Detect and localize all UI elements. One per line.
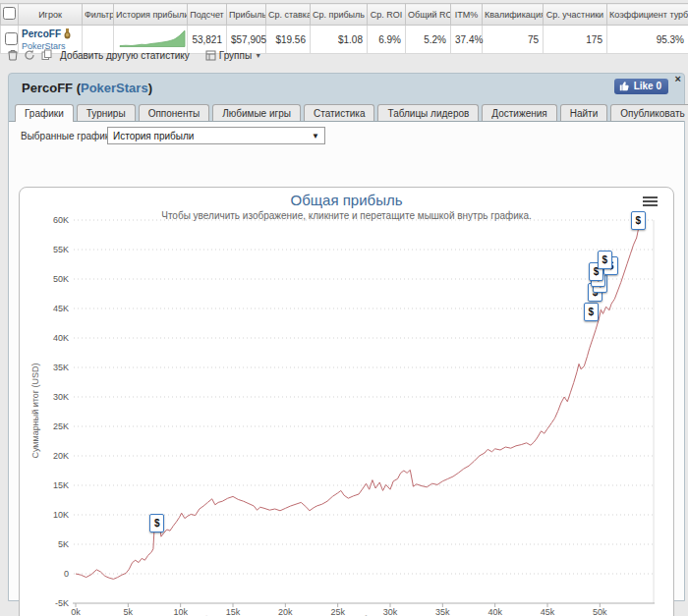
itm-cell: 37.4% — [451, 26, 483, 54]
tab-Найти[interactable]: Найти — [560, 104, 608, 121]
plot-area[interactable] — [20, 188, 675, 616]
avg-stake-cell: $19.56 — [266, 26, 311, 54]
tab-Таблицы лидеров[interactable]: Таблицы лидеров — [377, 104, 479, 121]
qualification-cell: 75 — [483, 26, 544, 54]
column-header[interactable]: Игрок — [19, 4, 83, 26]
add-statistic-link[interactable]: Добавить другую статистику — [60, 50, 190, 61]
panel-content: Выбранные графики: История прибыли ▼ Общ… — [9, 121, 684, 600]
y-tick-label: 35K — [35, 364, 69, 372]
column-header[interactable]: Коэффициент турбо — [607, 4, 688, 26]
facebook-like-button[interactable]: Like 0 — [614, 79, 668, 94]
column-header[interactable]: Квалификация — [483, 4, 544, 26]
y-tick-label: 15K — [35, 481, 69, 490]
column-header[interactable]: Ср. прибыль — [311, 4, 368, 26]
page: ИгрокФильтрИстория прибылиПодсчетПрибыль… — [0, 0, 688, 616]
column-header[interactable]: Ср. ROI — [368, 4, 406, 26]
y-tick-label: 30K — [35, 393, 69, 402]
y-tick-label: 0 — [35, 570, 69, 579]
row-checkbox[interactable] — [5, 32, 18, 45]
tab-Достижения[interactable]: Достижения — [482, 104, 556, 121]
column-header[interactable]: Общий ROI — [406, 4, 451, 26]
column-header[interactable]: Подсчет — [188, 4, 227, 26]
y-tick-label: 10K — [35, 511, 69, 520]
y-tick-label: 25K — [35, 422, 69, 431]
avg-entrants-cell: 175 — [544, 26, 607, 54]
panel-title: PercoFF (PokerStars) — [22, 81, 152, 95]
groups-caret-icon: ▼ — [255, 52, 261, 59]
total-roi-cell: 5.2% — [406, 26, 451, 54]
avg-profit-cell: $1.08 — [311, 26, 368, 54]
tab-bar: ГрафикиТурнирыОппонентыЛюбимые игрыСтати… — [9, 102, 684, 121]
y-tick-label: 55K — [35, 246, 69, 254]
column-header[interactable]: Ср. участники — [544, 4, 607, 26]
graph-select-value: История прибыли — [113, 131, 194, 141]
y-tick-label: 5K — [35, 540, 69, 549]
tab-Любимые игры[interactable]: Любимые игры — [212, 104, 301, 121]
like-label: Like 0 — [634, 81, 661, 91]
player-panel: PercoFF (PokerStars) Like 0 × ГрафикиТур… — [8, 73, 685, 601]
avg-roi-cell: 6.9% — [368, 26, 406, 54]
groups-label: Группы — [219, 50, 252, 61]
column-header[interactable]: Фильтр — [83, 4, 114, 26]
y-tick-label: 50K — [35, 275, 69, 284]
column-header[interactable]: Ср. ставка — [266, 4, 311, 26]
column-header[interactable]: ITM% — [451, 4, 483, 26]
groups-icon — [205, 50, 216, 61]
tab-Статистика[interactable]: Статистика — [304, 104, 375, 121]
panel-site-link[interactable]: PokerStars — [81, 81, 148, 95]
turbo-ratio-cell: 95.3% — [607, 26, 688, 54]
tab-Опубликовать[interactable]: Опубликовать — [610, 104, 688, 121]
significant-win-flag[interactable]: $ — [149, 514, 164, 532]
groups-button[interactable]: Группы ▼ — [205, 50, 261, 61]
tab-Турниры[interactable]: Турниры — [77, 104, 136, 121]
refresh-icon[interactable] — [24, 49, 35, 61]
y-tick-label: 20K — [35, 452, 69, 461]
graph-select-dropdown[interactable]: История прибыли ▼ — [107, 127, 325, 144]
close-icon[interactable]: × — [675, 74, 681, 84]
selected-graphs-label: Выбранные графики: — [21, 131, 118, 141]
column-header[interactable]: История прибыли — [114, 4, 188, 26]
profit-chart[interactable]: Общая прибыль Чтобы увеличить изображени… — [19, 187, 674, 616]
medal-icon — [64, 28, 71, 41]
tab-Оппоненты[interactable]: Оппоненты — [139, 104, 210, 121]
y-tick-label: 60K — [35, 216, 69, 225]
sparkline-svg — [118, 28, 187, 49]
tab-Графики[interactable]: Графики — [15, 104, 74, 122]
select-all-header — [1, 4, 19, 26]
table-toolbar: Добавить другую статистику Группы ▼ — [0, 47, 261, 63]
thumbs-up-icon — [619, 81, 630, 91]
select-all-checkbox[interactable] — [3, 7, 16, 20]
significant-win-flag[interactable]: $ — [631, 211, 646, 230]
delete-icon[interactable] — [8, 49, 18, 61]
stats-header-row: ИгрокФильтрИстория прибылиПодсчетПрибыль… — [1, 4, 688, 26]
column-header[interactable]: Прибыль — [227, 4, 266, 26]
panel-header: PercoFF (PokerStars) Like 0 × ГрафикиТур… — [9, 74, 684, 102]
y-tick-label: 45K — [35, 305, 69, 313]
player-name-link[interactable]: PercoFF — [22, 28, 61, 39]
y-tick-label: 40K — [35, 334, 69, 343]
significant-win-flag[interactable]: $ — [584, 303, 599, 321]
copy-icon[interactable] — [41, 49, 52, 61]
dropdown-arrow-icon: ▼ — [312, 132, 319, 140]
significant-win-flag[interactable]: $ — [598, 251, 612, 269]
